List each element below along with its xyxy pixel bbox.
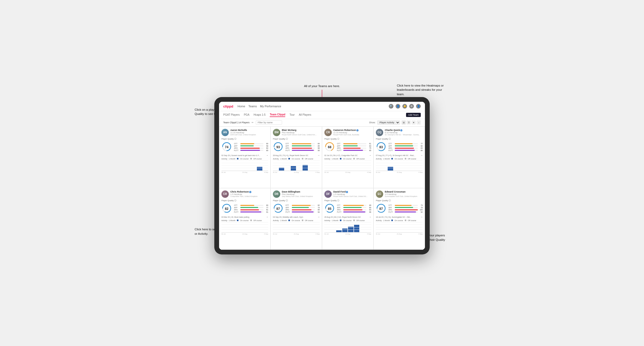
last-round-arrow[interactable]: → (420, 154, 423, 157)
player-name[interactable]: Chris Robertson✓ (230, 190, 268, 193)
player-info: Edward Crossman 1-5 Handicap Sunningdale… (385, 190, 423, 197)
player-name[interactable]: Charlie Quick✓ (385, 129, 423, 131)
stat-bar (240, 205, 263, 206)
last-round[interactable]: 26 Aug 23 | 73 (+1), Royal North Devon G… (273, 154, 320, 157)
grid-line (221, 171, 268, 171)
player-card[interactable]: BM Blair McHarg Plus Handicap Royal Nort… (271, 126, 322, 188)
last-round[interactable]: 18 Jul 23 | 74 (+4), Sunningdale GC - Ol… (376, 216, 423, 218)
quality-stats: OTT 73 APP 79 ARG 103 PUTT 92 (388, 204, 423, 213)
grid-line (221, 232, 268, 232)
activity-chart (273, 222, 320, 233)
filter-input[interactable] (256, 120, 282, 125)
bell-icon[interactable]: 🔔 (402, 104, 407, 109)
last-round-arrow[interactable]: → (318, 154, 320, 157)
stat-bar-fill (292, 207, 309, 208)
filter-icon[interactable]: ▼ (412, 120, 416, 125)
last-round-arrow[interactable]: → (318, 216, 320, 218)
stat-label: ARG (285, 209, 291, 211)
settings-icon[interactable]: ⚙ (409, 104, 414, 109)
player-card[interactable]: AN Aaron Nicholls 11-15 Handicap Drift G… (219, 126, 271, 188)
last-round-arrow[interactable]: → (369, 154, 371, 157)
grid-line (273, 163, 320, 163)
player-name[interactable]: Dave Billingham (282, 190, 320, 193)
stat-bar-fill (240, 148, 260, 149)
list-view-icon[interactable]: ☰ (407, 120, 411, 125)
avatar-icon[interactable]: 👤 (416, 104, 421, 109)
player-card[interactable]: DB Dave Billingham Plus Handicap Sag Mai… (271, 188, 322, 250)
stat-value: 81 (264, 209, 268, 211)
last-round[interactable]: 26 Aug 23 | 84 (+12), Royal North Devon … (324, 216, 371, 218)
last-round[interactable]: 04 Sep 23 | Mobility with coach, Gym → (273, 216, 320, 218)
quality-circle-wrap[interactable]: 87 (376, 203, 386, 215)
search-icon[interactable]: 🔍 (389, 104, 393, 109)
player-name[interactable]: Aaron Nicholls (230, 129, 268, 131)
grid-line (376, 227, 423, 227)
stat-bar (240, 148, 263, 149)
quality-circle-wrap[interactable]: 87 (273, 203, 283, 215)
player-handicap: 1-5 Handicap (230, 193, 268, 195)
date-start: 31 Jul (324, 233, 329, 235)
edit-icon[interactable]: ✏ (252, 121, 254, 124)
stat-label: ARG (285, 147, 291, 149)
quality-circle-wrap[interactable]: 83 (376, 141, 386, 153)
quality-circle-wrap[interactable]: 82 (221, 203, 232, 215)
sort-icon[interactable]: ↕ (417, 120, 421, 125)
last-round-arrow[interactable]: → (266, 154, 268, 157)
quality-circle-wrap[interactable]: 85 (324, 203, 335, 215)
nav-home[interactable]: Home (237, 105, 245, 108)
last-round-arrow[interactable]: → (369, 216, 371, 218)
subnav-teamclippd[interactable]: Team Clippd (270, 113, 285, 117)
quality-circle-wrap[interactable]: 74 (221, 141, 232, 153)
player-card[interactable]: CR Chris Robertson✓ 1-5 Handicap Craigmi… (219, 188, 271, 250)
stat-bar-fill (395, 143, 413, 144)
player-name[interactable]: Edward Crossman (385, 190, 423, 193)
add-team-button[interactable]: Add Team (406, 113, 421, 117)
show-select[interactable]: Player Activity (377, 120, 400, 125)
subnav-hcaps[interactable]: Hcaps 1-5 (254, 113, 266, 117)
navbar-links: Home Teams My Performance (237, 105, 389, 108)
add-team-section: Add Team (406, 113, 421, 117)
player-card[interactable]: CR Cameron Robertson✓ 11-15 Handicap Roy… (322, 126, 373, 188)
quality-circle-wrap[interactable]: 93 (273, 141, 283, 153)
verified-badge: ✓ (356, 129, 359, 131)
last-round[interactable]: 02 Sep 23 | Sunset round to get back int… (221, 154, 268, 157)
stat-value: 80 (418, 145, 423, 147)
grid-view-icon[interactable]: ⊞ (402, 120, 406, 125)
nav-performance[interactable]: My Performance (260, 105, 281, 108)
last-round-arrow[interactable]: → (266, 216, 268, 218)
verified-badge: ✓ (400, 129, 402, 131)
verified-badge: ✓ (249, 191, 251, 193)
last-round[interactable]: 03 Mar 23 | 19, Must make putting → (221, 216, 268, 218)
stat-value: 86 (418, 150, 423, 151)
stat-bar-fill (240, 207, 258, 208)
offcourse-dot (353, 158, 355, 159)
stat-bar-fill (343, 205, 364, 206)
subnav-tour[interactable]: Tour (289, 113, 294, 117)
last-round[interactable]: 07 Aug 23 | 77 (+7), St George's Hill GC… (376, 154, 423, 157)
player-name[interactable]: Cameron Robertson✓ (333, 129, 371, 131)
subnav-pgat[interactable]: PGAT Players (223, 113, 240, 117)
app-logo[interactable]: clippd (223, 104, 233, 108)
user-icon[interactable]: 👤 (396, 104, 400, 109)
oncourse-label: On course (394, 158, 403, 160)
subnav-pga[interactable]: PGA (244, 113, 249, 117)
player-name[interactable]: David Ford✓ (333, 190, 371, 193)
activity-dates: 31 Jul 21 Aug 4 Sep (273, 172, 320, 173)
player-name[interactable]: Blair McHarg (282, 129, 320, 131)
last-round[interactable]: 02 Jul 23 | 59 (+17), Craigmillar Park G… (324, 154, 371, 157)
player-card[interactable]: CQ Charlie Quick✓ 6-10 Handicap St. Geor… (373, 126, 425, 188)
activity-label: Activity · 1 Month On course Off course (376, 220, 423, 221)
player-header: AN Aaron Nicholls 11-15 Handicap Drift G… (221, 129, 268, 136)
nav-teams[interactable]: Teams (248, 105, 257, 108)
grid-line (324, 163, 371, 163)
verified-badge: ✓ (346, 191, 348, 193)
last-round-arrow[interactable]: → (420, 216, 423, 218)
stat-label: OTT (285, 204, 291, 206)
player-card[interactable]: EC Edward Crossman 1-5 Handicap Sunningd… (373, 188, 425, 250)
quality-circle-wrap[interactable]: 68 (324, 141, 335, 153)
subnav-allplayers[interactable]: All Players (299, 113, 311, 117)
activity-section: Activity · 1 Month On course Off course … (221, 158, 268, 173)
activity-dates: 31 Jul 21 Aug 4 Sep (221, 172, 268, 173)
player-card[interactable]: DF David Ford✓ 1-5 Handicap Royal North … (322, 188, 373, 250)
stat-label: APP (285, 207, 291, 209)
